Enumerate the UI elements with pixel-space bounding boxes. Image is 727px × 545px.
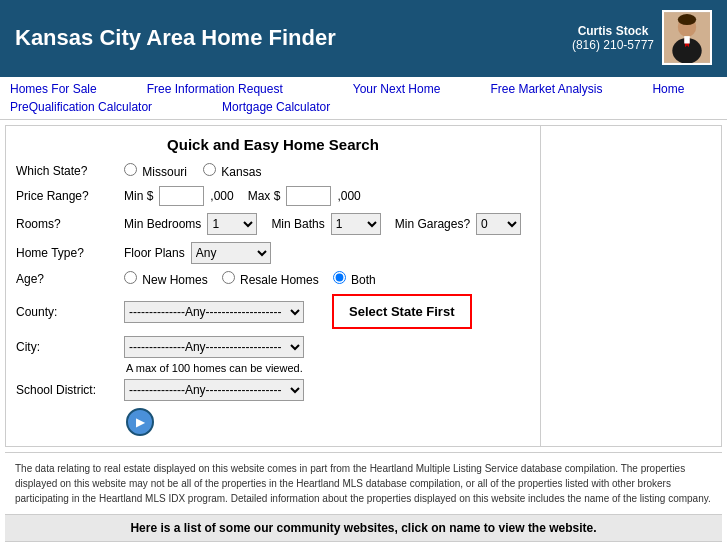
age-new-label[interactable]: New Homes [124,271,208,287]
nav-your-next-home[interactable]: Your Next Home [353,82,441,96]
county-row: County: --------------Any---------------… [16,294,530,329]
price-min-label: Min $ [124,189,153,203]
svg-rect-5 [684,36,690,43]
site-header: Kansas City Area Home Finder Curtis Stoc… [0,0,727,75]
max-homes-notice: A max of 100 homes can be viewed. [126,361,530,375]
right-panel [541,126,721,446]
nav-mortgage[interactable]: Mortgage Calculator [222,100,330,114]
district-controls: --------------Any------------------- [124,379,304,401]
agent-photo [662,10,712,65]
site-title: Kansas City Area Home Finder [15,25,336,51]
bedrooms-label: Min Bedrooms [124,217,201,231]
age-controls: New Homes Resale Homes Both [124,271,376,287]
rooms-row: Rooms? Min Bedrooms 12345 Min Baths 1234… [16,213,530,235]
city-controls: --------------Any------------------- [124,336,304,358]
state-first-container: Select State First [332,294,472,329]
garages-label: Min Garages? [395,217,470,231]
nav-home[interactable]: Home [652,82,684,96]
search-panel: Quick and Easy Home Search Which State? … [6,126,541,446]
county-controls: --------------Any------------------- [124,301,304,323]
agent-info: Curtis Stock (816) 210-5777 [572,10,712,65]
submit-area: ▶ [126,408,530,436]
baths-select[interactable]: 1234 [331,213,381,235]
district-row: School District: --------------Any------… [16,379,530,401]
bedrooms-select[interactable]: 12345 [207,213,257,235]
state-missouri-label[interactable]: Missouri [124,163,187,179]
rooms-label: Rooms? [16,217,116,231]
price-range-label: Price Range? [16,189,116,203]
price-range-row: Price Range? Min $ ,000 Max $ ,000 [16,186,530,206]
price-min-k: ,000 [210,189,233,203]
age-row: Age? New Homes Resale Homes Both [16,271,530,287]
go-button[interactable]: ▶ [126,408,154,436]
county-select[interactable]: --------------Any------------------- [124,301,304,323]
which-state-label: Which State? [16,164,116,178]
price-max-label: Max $ [248,189,281,203]
main-content: Quick and Easy Home Search Which State? … [5,125,722,447]
which-state-row: Which State? Missouri Kansas [16,163,530,179]
age-both-label[interactable]: Both [333,271,376,287]
age-resale-label[interactable]: Resale Homes [222,271,319,287]
max-homes-text: A max of 100 homes can be viewed. [126,362,303,374]
nav-free-info[interactable]: Free Information Request [147,82,283,96]
nav-prequalification[interactable]: PreQualification Calculator [10,100,152,114]
age-resale-radio[interactable] [222,271,235,284]
svg-point-2 [678,14,696,25]
floor-plans-label: Floor Plans [124,246,185,260]
city-row: City: --------------Any-----------------… [16,336,530,358]
go-icon: ▶ [136,416,144,429]
city-label: City: [16,340,116,354]
agent-phone: (816) 210-5777 [572,38,654,52]
agent-name: Curtis Stock [572,24,654,38]
navigation: Homes For Sale Free Information Request … [0,75,727,120]
age-label: Age? [16,272,116,286]
price-max-input[interactable] [286,186,331,206]
state-kansas-radio[interactable] [203,163,216,176]
price-min-input[interactable] [159,186,204,206]
home-type-label: Home Type? [16,246,116,260]
baths-label: Min Baths [271,217,324,231]
community-header: Here is a list of some our community web… [5,515,722,542]
home-type-row: Home Type? Floor Plans Any [16,242,530,264]
state-controls: Missouri Kansas [124,163,261,179]
age-new-radio[interactable] [124,271,137,284]
price-max-k: ,000 [337,189,360,203]
state-kansas-label[interactable]: Kansas [203,163,261,179]
search-title: Quick and Easy Home Search [16,136,530,153]
city-select[interactable]: --------------Any------------------- [124,336,304,358]
home-type-controls: Floor Plans Any [124,242,271,264]
district-label: School District: [16,383,116,397]
county-label: County: [16,305,116,319]
nav-free-market[interactable]: Free Market Analysis [490,82,602,96]
disclaimer: The data relating to real estate display… [5,452,722,515]
rooms-controls: Min Bedrooms 12345 Min Baths 1234 Min Ga… [124,213,521,235]
floor-plans-select[interactable]: Any [191,242,271,264]
age-both-radio[interactable] [333,271,346,284]
nav-homes-for-sale[interactable]: Homes For Sale [10,82,97,96]
district-select[interactable]: --------------Any------------------- [124,379,304,401]
state-first-button[interactable]: Select State First [332,294,472,329]
garages-select[interactable]: 0123 [476,213,521,235]
state-missouri-radio[interactable] [124,163,137,176]
price-controls: Min $ ,000 Max $ ,000 [124,186,361,206]
